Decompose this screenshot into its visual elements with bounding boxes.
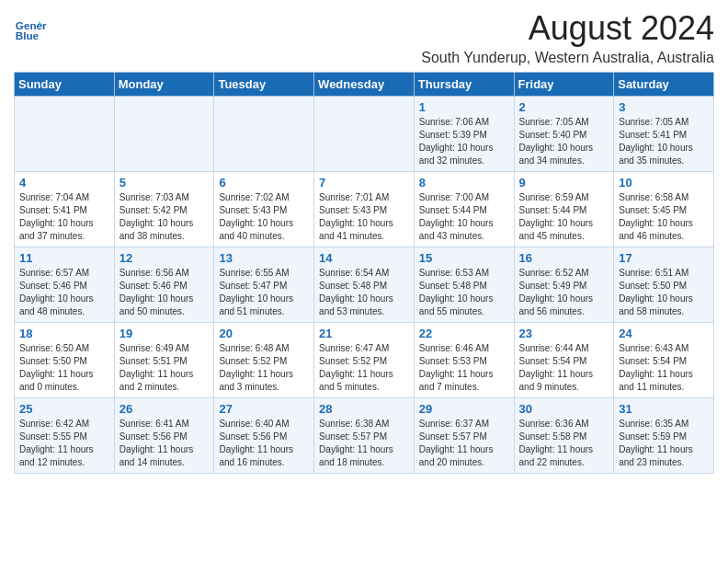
day-number: 2 <box>519 100 609 114</box>
calendar-week-1: 1Sunrise: 7:06 AM Sunset: 5:39 PM Daylig… <box>15 97 714 172</box>
day-info: Sunrise: 6:43 AM Sunset: 5:54 PM Dayligh… <box>619 342 709 394</box>
day-info: Sunrise: 6:35 AM Sunset: 5:59 PM Dayligh… <box>619 418 709 469</box>
calendar-cell: 14Sunrise: 6:54 AM Sunset: 5:48 PM Dayli… <box>314 247 415 323</box>
day-info: Sunrise: 7:03 AM Sunset: 5:42 PM Dayligh… <box>119 191 210 243</box>
calendar-cell: 21Sunrise: 6:47 AM Sunset: 5:52 PM Dayli… <box>314 323 415 398</box>
day-number: 30 <box>519 402 609 416</box>
day-number: 26 <box>119 402 210 416</box>
day-number: 23 <box>519 327 609 340</box>
calendar-cell: 24Sunrise: 6:43 AM Sunset: 5:54 PM Dayli… <box>614 323 714 398</box>
calendar-cell: 9Sunrise: 6:59 AM Sunset: 5:44 PM Daylig… <box>514 172 614 247</box>
day-number: 17 <box>619 251 709 265</box>
calendar-cell: 6Sunrise: 7:02 AM Sunset: 5:43 PM Daylig… <box>214 172 314 247</box>
calendar-cell: 13Sunrise: 6:55 AM Sunset: 5:47 PM Dayli… <box>214 247 314 323</box>
calendar-cell: 2Sunrise: 7:05 AM Sunset: 5:40 PM Daylig… <box>514 97 614 172</box>
calendar-week-2: 4Sunrise: 7:04 AM Sunset: 5:41 PM Daylig… <box>15 172 714 247</box>
calendar-cell <box>15 97 115 172</box>
calendar-cell: 12Sunrise: 6:56 AM Sunset: 5:46 PM Dayli… <box>114 247 214 323</box>
day-number: 7 <box>319 176 409 190</box>
svg-text:Blue: Blue <box>16 29 40 41</box>
calendar-cell: 8Sunrise: 7:00 AM Sunset: 5:44 PM Daylig… <box>414 172 514 247</box>
weekday-header-saturday: Saturday <box>614 73 714 97</box>
day-info: Sunrise: 6:59 AM Sunset: 5:44 PM Dayligh… <box>519 191 609 243</box>
day-info: Sunrise: 6:52 AM Sunset: 5:49 PM Dayligh… <box>519 267 609 318</box>
day-info: Sunrise: 6:53 AM Sunset: 5:48 PM Dayligh… <box>419 267 509 318</box>
day-info: Sunrise: 6:55 AM Sunset: 5:47 PM Dayligh… <box>219 267 309 318</box>
page-header: General Blue August 2024 South Yunderup,… <box>14 9 714 66</box>
day-info: Sunrise: 6:44 AM Sunset: 5:54 PM Dayligh… <box>519 342 609 394</box>
calendar-cell: 31Sunrise: 6:35 AM Sunset: 5:59 PM Dayli… <box>614 398 714 474</box>
weekday-header-monday: Monday <box>114 73 214 97</box>
day-number: 19 <box>119 327 210 340</box>
calendar-cell: 1Sunrise: 7:06 AM Sunset: 5:39 PM Daylig… <box>414 97 514 172</box>
day-number: 11 <box>19 251 109 265</box>
weekday-header-sunday: Sunday <box>15 73 115 97</box>
day-number: 13 <box>219 251 309 265</box>
calendar-week-3: 11Sunrise: 6:57 AM Sunset: 5:46 PM Dayli… <box>15 247 714 323</box>
day-info: Sunrise: 6:54 AM Sunset: 5:48 PM Dayligh… <box>319 267 409 318</box>
day-info: Sunrise: 6:41 AM Sunset: 5:56 PM Dayligh… <box>119 418 210 469</box>
day-number: 10 <box>619 176 709 190</box>
calendar-cell: 18Sunrise: 6:50 AM Sunset: 5:50 PM Dayli… <box>15 323 115 398</box>
day-number: 14 <box>319 251 409 265</box>
day-number: 6 <box>219 176 309 190</box>
calendar-cell: 17Sunrise: 6:51 AM Sunset: 5:50 PM Dayli… <box>614 247 714 323</box>
day-number: 22 <box>419 327 509 340</box>
day-info: Sunrise: 6:57 AM Sunset: 5:46 PM Dayligh… <box>19 267 109 318</box>
calendar-cell: 27Sunrise: 6:40 AM Sunset: 5:56 PM Dayli… <box>214 398 314 474</box>
day-info: Sunrise: 6:50 AM Sunset: 5:50 PM Dayligh… <box>19 342 109 394</box>
day-info: Sunrise: 6:37 AM Sunset: 5:57 PM Dayligh… <box>419 418 509 469</box>
weekday-header-wednesday: Wednesday <box>314 73 415 97</box>
day-number: 28 <box>319 402 409 416</box>
weekday-header-thursday: Thursday <box>414 73 514 97</box>
logo: General Blue <box>14 15 47 48</box>
day-number: 27 <box>219 402 309 416</box>
day-number: 16 <box>519 251 609 265</box>
day-info: Sunrise: 6:48 AM Sunset: 5:52 PM Dayligh… <box>219 342 309 394</box>
calendar-cell: 4Sunrise: 7:04 AM Sunset: 5:41 PM Daylig… <box>15 172 115 247</box>
calendar-cell: 22Sunrise: 6:46 AM Sunset: 5:53 PM Dayli… <box>414 323 514 398</box>
day-info: Sunrise: 6:47 AM Sunset: 5:52 PM Dayligh… <box>319 342 409 394</box>
day-info: Sunrise: 7:02 AM Sunset: 5:43 PM Dayligh… <box>219 191 309 243</box>
day-number: 5 <box>119 176 210 190</box>
day-info: Sunrise: 6:56 AM Sunset: 5:46 PM Dayligh… <box>119 267 210 318</box>
calendar-cell: 5Sunrise: 7:03 AM Sunset: 5:42 PM Daylig… <box>114 172 214 247</box>
day-info: Sunrise: 7:00 AM Sunset: 5:44 PM Dayligh… <box>419 191 509 243</box>
calendar-week-5: 25Sunrise: 6:42 AM Sunset: 5:55 PM Dayli… <box>15 398 714 474</box>
logo-icon: General Blue <box>14 15 47 48</box>
calendar-cell: 29Sunrise: 6:37 AM Sunset: 5:57 PM Dayli… <box>414 398 514 474</box>
day-number: 3 <box>619 100 709 114</box>
day-number: 18 <box>19 327 109 340</box>
weekday-header-row: SundayMondayTuesdayWednesdayThursdayFrid… <box>15 73 714 97</box>
day-number: 25 <box>19 402 109 416</box>
calendar-table: SundayMondayTuesdayWednesdayThursdayFrid… <box>14 72 714 474</box>
calendar-cell: 26Sunrise: 6:41 AM Sunset: 5:56 PM Dayli… <box>114 398 214 474</box>
day-number: 9 <box>519 176 609 190</box>
calendar-cell: 16Sunrise: 6:52 AM Sunset: 5:49 PM Dayli… <box>514 247 614 323</box>
day-info: Sunrise: 6:58 AM Sunset: 5:45 PM Dayligh… <box>619 191 709 243</box>
title-area: August 2024 South Yunderup, Western Aust… <box>47 9 714 66</box>
day-number: 12 <box>119 251 210 265</box>
calendar-cell: 10Sunrise: 6:58 AM Sunset: 5:45 PM Dayli… <box>614 172 714 247</box>
day-number: 15 <box>419 251 509 265</box>
day-info: Sunrise: 6:36 AM Sunset: 5:58 PM Dayligh… <box>519 418 609 469</box>
day-number: 4 <box>19 176 109 190</box>
day-number: 8 <box>419 176 509 190</box>
calendar-week-4: 18Sunrise: 6:50 AM Sunset: 5:50 PM Dayli… <box>15 323 714 398</box>
day-info: Sunrise: 6:49 AM Sunset: 5:51 PM Dayligh… <box>119 342 210 394</box>
weekday-header-tuesday: Tuesday <box>214 73 314 97</box>
calendar-cell: 20Sunrise: 6:48 AM Sunset: 5:52 PM Dayli… <box>214 323 314 398</box>
day-info: Sunrise: 7:05 AM Sunset: 5:40 PM Dayligh… <box>519 116 609 167</box>
calendar-title: August 2024 <box>47 9 714 48</box>
calendar-cell: 3Sunrise: 7:05 AM Sunset: 5:41 PM Daylig… <box>614 97 714 172</box>
calendar-cell: 7Sunrise: 7:01 AM Sunset: 5:43 PM Daylig… <box>314 172 415 247</box>
calendar-cell <box>314 97 415 172</box>
calendar-cell <box>214 97 314 172</box>
calendar-cell: 28Sunrise: 6:38 AM Sunset: 5:57 PM Dayli… <box>314 398 415 474</box>
calendar-cell: 19Sunrise: 6:49 AM Sunset: 5:51 PM Dayli… <box>114 323 214 398</box>
calendar-subtitle: South Yunderup, Western Australia, Austr… <box>47 50 714 66</box>
day-number: 29 <box>419 402 509 416</box>
day-info: Sunrise: 6:42 AM Sunset: 5:55 PM Dayligh… <box>19 418 109 469</box>
weekday-header-friday: Friday <box>514 73 614 97</box>
day-info: Sunrise: 6:46 AM Sunset: 5:53 PM Dayligh… <box>419 342 509 394</box>
